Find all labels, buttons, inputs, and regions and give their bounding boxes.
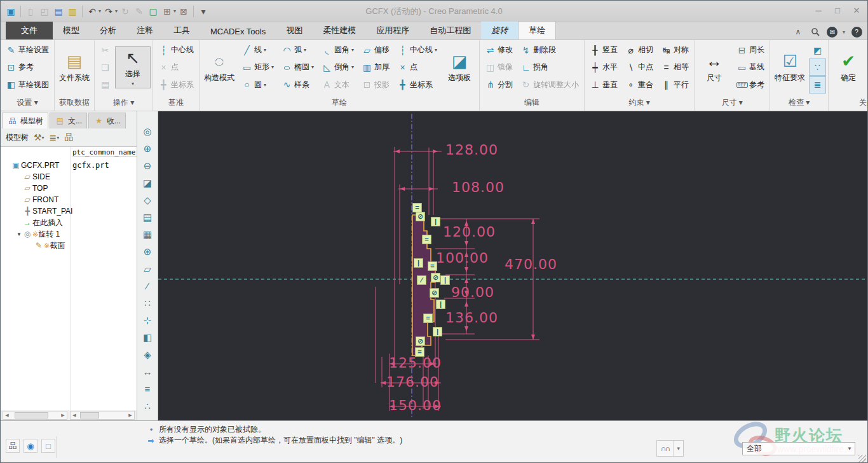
panel-tab-模型树[interactable]: 品模型树 [2,113,48,128]
constraint-marker[interactable]: ⊘ [430,288,439,298]
button-特征要求[interactable]: ☑特征要求 [772,50,808,85]
repaint-icon[interactable]: ◪ [140,174,155,191]
datum-display-icon[interactable]: ⊛ [140,243,155,260]
constraint-marker[interactable]: | [414,258,423,268]
button-周长[interactable]: ⊟周长 [733,41,768,59]
redo-icon[interactable]: ↷ [102,5,115,18]
find-dropdown-icon[interactable]: ▼ [673,441,683,456]
zoom-in-icon[interactable]: ⊕ [140,140,155,157]
constraint-marker[interactable]: | [440,275,450,285]
tab-文件[interactable]: 文件 [6,22,53,39]
regenerate-icon[interactable]: ↻ [119,5,132,18]
button-确定[interactable]: ✔确定 [831,50,866,85]
zoom-box-icon[interactable]: ◎ [140,123,155,140]
close-icon[interactable]: ✕ [851,4,862,16]
tab-分析[interactable]: 分析 [90,22,126,39]
display-style-icon[interactable]: ◇ [140,191,155,209]
button-选项板[interactable]: ◪选项板 [442,50,477,85]
button-竖直[interactable]: ╂竖直 [587,41,621,59]
save-status-icon[interactable]: ▥ [66,5,79,18]
tab-MCADEx Tools[interactable]: MCADEx Tools [200,24,276,39]
constraint-marker[interactable]: | [431,217,440,226]
panel-tab-文...[interactable]: ▤文... [50,113,87,128]
tree-item-SIDE[interactable]: ▱SIDE [1,171,137,183]
button-椭圆[interactable]: ○椭圆▾ [278,59,317,76]
model-tree-toggle-icon[interactable]: 品 [6,439,20,453]
filter-combobox[interactable]: 全部 ▼ [742,442,855,455]
button-中心线[interactable]: ┆中心线 [155,41,197,59]
button-相切[interactable]: ⌀相切 [622,41,656,59]
button-overlapping-geometry-icon[interactable]: ≣ [809,76,826,93]
spin-center-icon[interactable]: ∴ [140,397,155,415]
view-manager-icon[interactable]: ▦ [140,226,155,243]
tree-item-START_PAI[interactable]: ╋START_PAI [1,205,137,217]
save-icon[interactable]: ▤ [52,5,65,18]
button-水平[interactable]: ┿水平 [587,59,621,76]
zoom-out-icon[interactable]: ⊖ [140,157,155,174]
constraint-marker[interactable]: = [412,203,422,212]
dimension-value[interactable]: 90.00 [451,284,494,300]
plane-display-icon[interactable]: ▱ [140,260,155,277]
button-草绘设置[interactable]: ✎草绘设置 [3,41,52,59]
undo-icon-dropdown[interactable]: ▾ [98,8,101,14]
tree-display-icon[interactable]: 品 [64,132,73,143]
dimension-value[interactable]: 128.00 [445,142,498,158]
column-scrollbar[interactable]: ◀▶ [70,411,135,420]
tree-item-FRONT[interactable]: ▱FRONT [1,194,137,205]
tab-旋转[interactable]: 旋转 [481,22,518,39]
button-垂直[interactable]: ⊥垂直 [587,76,621,93]
tab-模型[interactable]: 模型 [53,22,90,39]
learning-connector-icon-dropdown[interactable]: ▾ [843,29,845,35]
scroll-left-icon[interactable]: ◀ [71,413,78,418]
constraint-marker[interactable]: ⊘ [416,212,425,221]
dimension-value[interactable]: 100.00 [436,250,489,266]
button-倒角[interactable]: ◺倒角▾ [318,59,357,76]
constraint-marker[interactable]: = [423,314,433,323]
button-删除段[interactable]: ↯删除段 [517,41,582,59]
constraint-marker[interactable]: = [415,347,424,357]
button-对称[interactable]: ↹对称 [658,41,692,59]
scroll-right-icon[interactable]: ▶ [126,413,134,418]
open-file-icon[interactable]: ◰ [38,5,51,18]
point-display-icon[interactable]: ∷ [140,294,155,312]
dimension-value[interactable]: 120.00 [443,224,496,240]
button-中点[interactable]: ∖中点 [622,59,656,76]
tree-item-截面[interactable]: ✎※截面 [1,240,137,251]
tab-视图[interactable]: 视图 [276,22,313,39]
button-草绘视图[interactable]: ◧草绘视图 [3,76,52,93]
dimension-value[interactable]: 470.00 [505,256,557,272]
tree-item-GCFX.PRT[interactable]: ▣GCFX.PRTgcfx.prt [1,160,137,171]
constraint-marker[interactable]: = [422,235,431,244]
tree-tools-icon-dropdown[interactable]: ▾ [42,135,44,141]
scroll-left-icon[interactable]: ◀ [3,413,11,418]
find-button[interactable]: ∩∩ ▼ [656,440,684,457]
tab-草绘[interactable]: 草绘 [518,21,556,39]
customize-icon[interactable]: ▾ [197,5,210,18]
maximize-icon[interactable]: □ [832,4,843,16]
dimension-value[interactable]: 136.00 [445,310,498,326]
button-参考[interactable]: ⊡参考 [3,59,52,76]
button-中心线[interactable]: ┆中心线▾ [394,41,440,59]
tree-item-旋转 1[interactable]: ▼◎※旋转 1 [1,228,137,240]
button-拐角[interactable]: ∟拐角 [517,59,582,76]
redo-icon-dropdown[interactable]: ▾ [115,8,118,14]
tab-柔性建模[interactable]: 柔性建模 [313,22,366,39]
windows-icon[interactable]: ⊞ [161,5,173,18]
button-分割[interactable]: ⋔分割 [482,76,516,93]
button-加厚[interactable]: ▥加厚 [358,59,393,76]
button-highlight-open-ends-icon[interactable]: ∵ [809,59,826,76]
tab-自动工程图[interactable]: 自动工程图 [419,22,481,39]
button-参考[interactable]: REF参考 [733,76,768,93]
expander-icon[interactable]: ▼ [16,232,22,237]
dimension-value[interactable]: 108.00 [452,179,505,195]
tab-应用程序[interactable]: 应用程序 [366,22,419,39]
shade-closed-loops-icon[interactable]: ◈ [140,346,155,363]
constraint-display-icon[interactable]: ≡ [140,380,155,397]
sketch-edit-icon[interactable]: ✎ [133,5,146,18]
undo-icon[interactable]: ↶ [86,5,98,18]
windows-icon-dropdown[interactable]: ▾ [173,8,176,14]
button-圆[interactable]: ○圆▾ [238,76,277,93]
resize-grip[interactable] [858,455,866,462]
blank-panel-icon[interactable]: □ [41,439,55,453]
button-坐标系[interactable]: ╋坐标系 [394,76,440,93]
